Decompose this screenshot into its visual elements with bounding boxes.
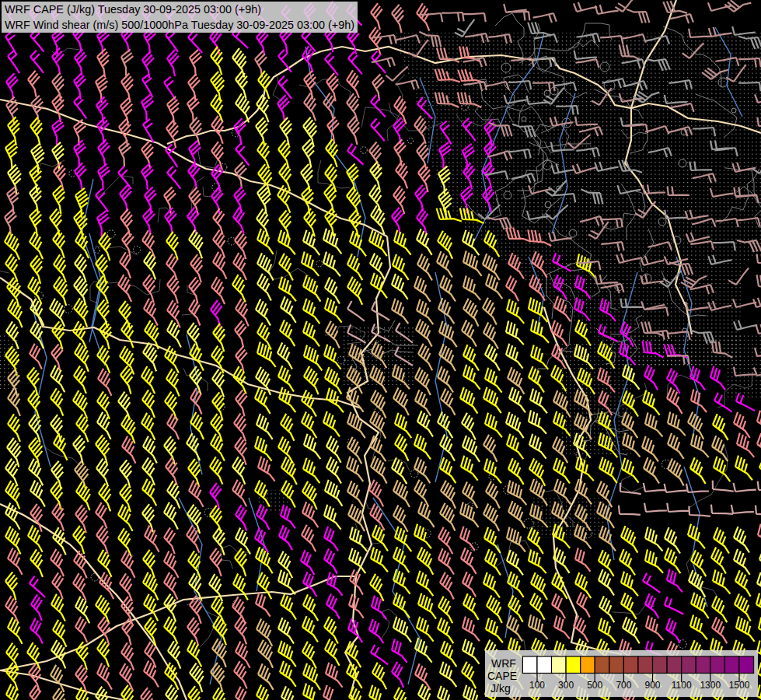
svg-text:1500: 1500 (729, 680, 750, 691)
svg-text:J/kg: J/kg (490, 682, 511, 695)
svg-text:500: 500 (587, 680, 602, 691)
svg-text:1300: 1300 (700, 680, 721, 691)
svg-text:CAPE: CAPE (487, 670, 517, 682)
svg-text:1100: 1100 (672, 680, 692, 691)
svg-text:WRF: WRF (491, 657, 516, 670)
svg-text:WRF CAPE (J/kg) Tuesday 30-09-: WRF CAPE (J/kg) Tuesday 30-09-2025 03:00… (5, 3, 261, 16)
svg-text:100: 100 (529, 680, 545, 691)
svg-text:900: 900 (644, 680, 660, 691)
svg-text:WRF Wind shear (m/s) 500/1000h: WRF Wind shear (m/s) 500/1000hPa Tuesday… (5, 19, 354, 31)
svg-text:700: 700 (616, 680, 631, 691)
svg-text:300: 300 (558, 680, 574, 691)
